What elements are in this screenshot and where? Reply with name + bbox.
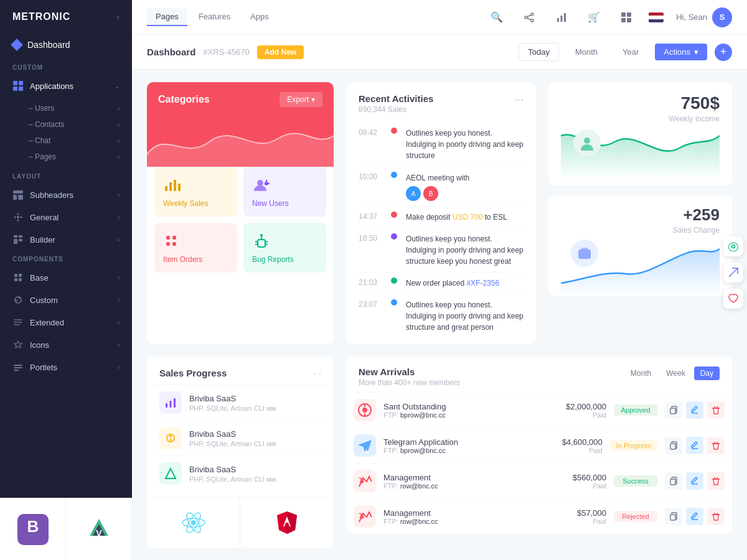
- na-title: New Arrivals: [359, 366, 460, 377]
- chart-icon[interactable]: [552, 7, 571, 27]
- na-paid-1: Paid: [553, 447, 603, 454]
- na-edit-btn-1[interactable]: [686, 437, 703, 454]
- fw-angular[interactable]: [240, 498, 334, 548]
- sidebar-sub-contacts[interactable]: – Contacts ›: [29, 116, 132, 133]
- svg-point-48: [260, 234, 263, 236]
- fw-react[interactable]: [147, 498, 240, 548]
- na-tab-day[interactable]: Day: [694, 366, 720, 380]
- svg-rect-44: [166, 242, 170, 246]
- na-badge-3: Rejected: [614, 511, 657, 522]
- activity-text-0: Outlines keep you honest. Indulging in p…: [406, 128, 524, 161]
- management-icon-2: [357, 508, 373, 525]
- sp-dots[interactable]: · ·: [314, 368, 321, 378]
- na-copy-btn-3[interactable]: [665, 508, 682, 525]
- na-copy-btn-1[interactable]: [665, 437, 682, 454]
- sp-sub-2: PHP, SQLite, Artisan CLI мм: [189, 475, 321, 483]
- tab-features[interactable]: Features: [190, 8, 239, 26]
- na-copy-btn-2[interactable]: [665, 472, 682, 490]
- export-button[interactable]: Export ▾: [280, 92, 322, 107]
- sidebar-item-icons[interactable]: Icons ›: [0, 334, 132, 356]
- svg-line-98: [729, 268, 738, 277]
- na-price-0: $2,000,000: [557, 402, 606, 411]
- na-delete-btn-1[interactable]: [707, 437, 725, 454]
- bottom-frameworks: [147, 497, 334, 548]
- sidebar-section-layout: LAYOUT: [0, 168, 132, 184]
- na-delete-btn-3[interactable]: [707, 508, 725, 525]
- cart-icon[interactable]: 🛒: [584, 7, 604, 27]
- na-ftp-3: FTP: row@bnc.cc: [383, 518, 549, 525]
- framework-bootstrap[interactable]: B: [0, 498, 66, 560]
- na-copy-btn-0[interactable]: [665, 401, 682, 419]
- sidebar-item-builder[interactable]: Builder ›: [0, 228, 132, 251]
- main-area: Pages Features Apps 🔍 🛒 Hi, Sean S Dashb…: [132, 0, 747, 560]
- na-info-2: Management FTP: row@bnc.cc: [383, 473, 549, 490]
- dot-purple-3: [391, 233, 397, 240]
- general-icon: [12, 212, 24, 223]
- na-actions-3: [665, 508, 725, 525]
- na-tab-month[interactable]: Month: [624, 366, 657, 380]
- svg-rect-30: [564, 13, 566, 22]
- na-edit-btn-3[interactable]: [686, 508, 703, 525]
- cat-item-orders[interactable]: Item Orders: [154, 223, 237, 273]
- sidebar-collapse-icon[interactable]: ‹: [116, 12, 120, 22]
- sidebar-item-general[interactable]: General ›: [0, 206, 132, 228]
- sant-outstanding-icon: [357, 402, 373, 418]
- sales-change-card: +259 Sales Change: [548, 195, 732, 296]
- grid-icon[interactable]: [616, 7, 636, 27]
- na-delete-btn-2[interactable]: [707, 472, 725, 490]
- tab-pages[interactable]: Pages: [147, 8, 187, 26]
- actions-button[interactable]: Actions ▾: [655, 44, 707, 60]
- contacts-label: – Contacts: [29, 120, 64, 129]
- cat-new-users[interactable]: New Users: [243, 167, 326, 217]
- sidebar-logo-area: METRONIC ‹: [0, 0, 132, 34]
- today-button[interactable]: Today: [519, 43, 559, 61]
- na-amount-0: $2,000,000 Paid: [557, 402, 606, 419]
- year-button[interactable]: Year: [614, 44, 647, 60]
- sidebar-item-custom[interactable]: Custom ›: [0, 289, 132, 311]
- svg-rect-34: [627, 18, 631, 22]
- sidebar-item-applications[interactable]: Applications ⌄: [0, 75, 132, 97]
- activity-item-0842: 08:42 Outlines keep you honest. Indulgin…: [359, 123, 524, 167]
- custom-label: Custom: [30, 296, 58, 305]
- sidebar-sub-pages[interactable]: – Pages ›: [29, 149, 132, 165]
- na-info-3: Management FTP: row@bnc.cc: [383, 508, 549, 525]
- svg-point-40: [265, 182, 268, 185]
- svg-rect-61: [170, 438, 171, 441]
- share-icon[interactable]: [519, 7, 539, 27]
- na-edit-btn-0[interactable]: [686, 401, 703, 419]
- sidebar-dashboard-item[interactable]: Dashboard: [0, 34, 132, 59]
- language-flag[interactable]: [649, 12, 664, 22]
- add-new-button[interactable]: Add New: [257, 45, 304, 59]
- activities-title-block: Recent Activities 890,344 Sales: [359, 93, 433, 114]
- sidebar-item-base[interactable]: Base ›: [0, 266, 132, 289]
- na-edit-btn-2[interactable]: [686, 472, 703, 490]
- svg-rect-36: [169, 182, 172, 191]
- search-icon[interactable]: 🔍: [487, 7, 507, 27]
- sidebar-sub-users[interactable]: – Users ›: [29, 100, 132, 116]
- float-heart-icon[interactable]: [723, 289, 743, 309]
- activities-menu-icon[interactable]: ···: [514, 93, 524, 106]
- svg-marker-14: [14, 341, 22, 348]
- na-actions-2: [665, 472, 725, 490]
- float-send-icon[interactable]: [723, 263, 743, 282]
- sidebar-item-extended[interactable]: Extended ›: [0, 311, 132, 334]
- cat-bug-reports[interactable]: Bug Reports: [243, 223, 326, 273]
- tab-apps[interactable]: Apps: [242, 8, 278, 26]
- sidebar-sub-chat[interactable]: – Chat ›: [29, 133, 132, 149]
- right-panel: 750$ Weekly Income: [548, 82, 732, 344]
- svg-rect-29: [561, 16, 563, 22]
- svg-rect-43: [166, 236, 170, 240]
- quick-add-button[interactable]: +: [715, 44, 732, 61]
- dashboard-label: Dashboard: [27, 40, 70, 50]
- framework-vue[interactable]: V: [66, 498, 132, 560]
- cat-weekly-sales[interactable]: Weekly Sales: [154, 167, 237, 217]
- na-delete-btn-0[interactable]: [707, 401, 725, 419]
- sidebar-item-subheaders[interactable]: Subheaders ›: [0, 184, 132, 206]
- na-tab-week[interactable]: Week: [660, 366, 691, 380]
- user-avatar[interactable]: S: [712, 7, 732, 27]
- month-button[interactable]: Month: [566, 44, 606, 60]
- sidebar-item-portlets[interactable]: Portlets ›: [0, 356, 132, 378]
- float-settings-icon[interactable]: [723, 236, 743, 256]
- item-orders-label: Item Orders: [163, 255, 228, 264]
- categories-header: Categories Export ▾: [147, 82, 334, 117]
